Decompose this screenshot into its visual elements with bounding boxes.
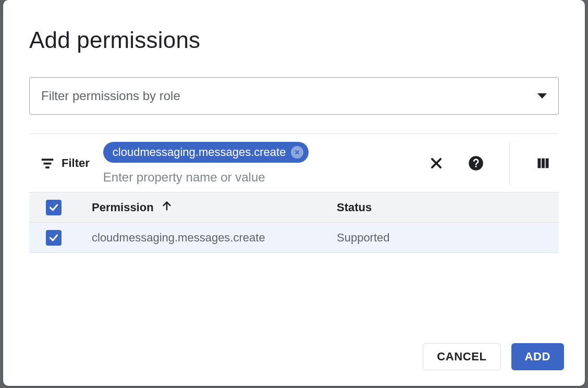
header-permission-label: Permission	[92, 201, 154, 214]
header-status-label: Status	[337, 201, 372, 214]
select-all-checkbox[interactable]	[46, 200, 62, 215]
svg-rect-2	[45, 166, 50, 168]
filter-label-group: Filter	[40, 155, 90, 171]
clear-filter-button[interactable]	[426, 153, 447, 174]
row-status-cell: Supported	[337, 231, 559, 245]
permissions-table: Permission Status cloudmessaging.message…	[29, 192, 559, 253]
svg-rect-1	[44, 162, 52, 164]
filter-input-area[interactable]: cloudmessaging.messages.create	[103, 142, 421, 185]
filter-by-role-dropdown[interactable]: Filter permissions by role	[29, 77, 559, 115]
filter-icon	[40, 155, 55, 171]
filter-text-input[interactable]	[103, 170, 322, 185]
add-permissions-dialog: Add permissions Filter permissions by ro…	[3, 0, 585, 386]
dialog-backdrop: Add permissions Filter permissions by ro…	[0, 0, 588, 388]
caret-down-icon	[537, 93, 547, 99]
header-permission[interactable]: Permission	[92, 200, 337, 215]
sort-ascending-icon	[161, 200, 173, 215]
column-settings-icon[interactable]	[533, 153, 554, 174]
table-header-row: Permission Status	[29, 192, 559, 223]
help-icon[interactable]	[466, 153, 486, 174]
svg-rect-4	[538, 158, 541, 168]
chip-remove-icon[interactable]	[291, 146, 303, 159]
svg-rect-6	[546, 158, 549, 168]
filter-by-role-placeholder: Filter permissions by role	[41, 89, 180, 103]
header-status[interactable]: Status	[337, 201, 559, 214]
row-checkbox[interactable]	[46, 230, 62, 246]
dialog-title: Add permissions	[29, 27, 559, 53]
filter-chip[interactable]: cloudmessaging.messages.create	[103, 142, 309, 163]
filter-bar: Filter cloudmessaging.messages.create	[29, 134, 559, 192]
cancel-button[interactable]: CANCEL	[423, 343, 500, 370]
row-checkbox-cell	[46, 230, 92, 246]
filter-chip-label: cloudmessaging.messages.create	[113, 146, 286, 159]
add-button[interactable]: ADD	[511, 343, 564, 370]
table-row[interactable]: cloudmessaging.messages.create Supported	[29, 223, 559, 253]
svg-rect-0	[42, 159, 54, 161]
vertical-divider	[509, 141, 510, 185]
row-permission-cell: cloudmessaging.messages.create	[92, 231, 337, 245]
svg-rect-5	[542, 158, 545, 168]
filter-label: Filter	[62, 156, 90, 170]
dialog-actions: CANCEL ADD	[423, 343, 564, 370]
filter-actions	[426, 141, 554, 185]
header-checkbox-cell	[46, 200, 92, 215]
